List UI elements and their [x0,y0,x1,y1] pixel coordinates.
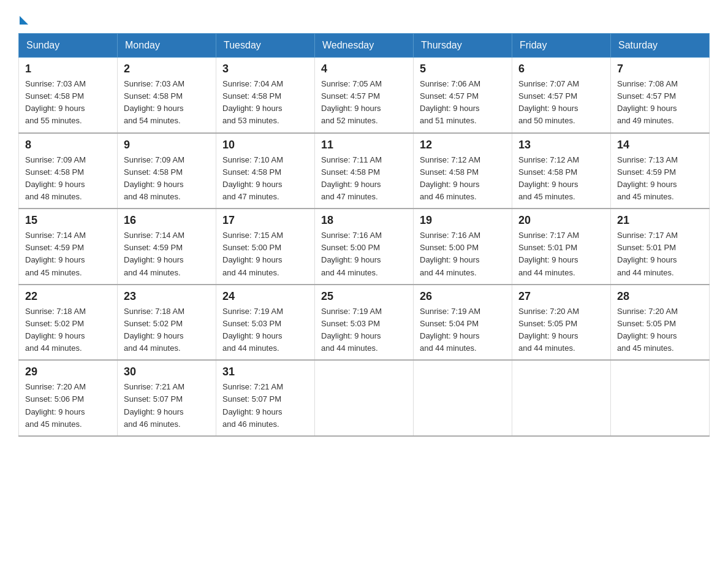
calendar-cell: 20 Sunrise: 7:17 AM Sunset: 5:01 PM Dayl… [512,209,611,285]
logo-arrow-icon [20,16,28,25]
calendar-cell: 11 Sunrise: 7:11 AM Sunset: 4:58 PM Dayl… [315,133,414,209]
calendar-cell: 15 Sunrise: 7:14 AM Sunset: 4:59 PM Dayl… [19,209,118,285]
week-row-5: 29 Sunrise: 7:20 AM Sunset: 5:06 PM Dayl… [19,360,710,436]
calendar-header-monday: Monday [118,34,216,58]
day-info: Sunrise: 7:19 AM Sunset: 5:03 PM Dayligh… [222,305,308,355]
day-number: 12 [420,139,506,151]
day-number: 14 [617,139,703,151]
calendar-cell: 2 Sunrise: 7:03 AM Sunset: 4:58 PM Dayli… [118,58,216,133]
calendar-cell: 10 Sunrise: 7:10 AM Sunset: 4:58 PM Dayl… [216,133,315,209]
day-info: Sunrise: 7:07 AM Sunset: 4:57 PM Dayligh… [518,78,604,128]
week-row-1: 1 Sunrise: 7:03 AM Sunset: 4:58 PM Dayli… [19,58,710,133]
week-row-2: 8 Sunrise: 7:09 AM Sunset: 4:58 PM Dayli… [19,133,710,209]
day-number: 27 [518,290,604,303]
calendar-cell: 26 Sunrise: 7:19 AM Sunset: 5:04 PM Dayl… [414,285,512,361]
day-number: 3 [222,63,308,75]
day-number: 15 [25,214,111,227]
calendar-cell: 3 Sunrise: 7:04 AM Sunset: 4:58 PM Dayli… [216,58,315,133]
day-number: 18 [321,214,407,227]
day-number: 1 [25,63,111,75]
day-number: 24 [222,290,308,303]
day-info: Sunrise: 7:10 AM Sunset: 4:58 PM Dayligh… [222,154,308,204]
calendar-cell: 24 Sunrise: 7:19 AM Sunset: 5:03 PM Dayl… [216,285,315,361]
day-number: 17 [222,214,308,227]
day-number: 6 [518,63,604,75]
calendar-header-friday: Friday [512,34,611,58]
day-info: Sunrise: 7:20 AM Sunset: 5:06 PM Dayligh… [25,381,111,431]
calendar-cell: 31 Sunrise: 7:21 AM Sunset: 5:07 PM Dayl… [216,360,315,436]
week-row-4: 22 Sunrise: 7:18 AM Sunset: 5:02 PM Dayl… [19,285,710,361]
day-info: Sunrise: 7:12 AM Sunset: 4:58 PM Dayligh… [420,154,506,204]
day-number: 7 [617,63,703,75]
calendar-cell: 18 Sunrise: 7:16 AM Sunset: 5:00 PM Dayl… [315,209,414,285]
calendar-cell: 16 Sunrise: 7:14 AM Sunset: 4:59 PM Dayl… [118,209,216,285]
calendar-header-tuesday: Tuesday [216,34,315,58]
day-info: Sunrise: 7:16 AM Sunset: 5:00 PM Dayligh… [321,229,407,279]
day-info: Sunrise: 7:05 AM Sunset: 4:57 PM Dayligh… [321,78,407,128]
calendar-cell: 14 Sunrise: 7:13 AM Sunset: 4:59 PM Dayl… [611,133,710,209]
calendar-cell: 9 Sunrise: 7:09 AM Sunset: 4:58 PM Dayli… [118,133,216,209]
day-info: Sunrise: 7:18 AM Sunset: 5:02 PM Dayligh… [124,305,210,355]
day-number: 25 [321,290,407,303]
day-info: Sunrise: 7:17 AM Sunset: 5:01 PM Dayligh… [617,229,703,279]
day-number: 16 [124,214,210,227]
calendar-cell: 17 Sunrise: 7:15 AM Sunset: 5:00 PM Dayl… [216,209,315,285]
calendar-header-wednesday: Wednesday [315,34,414,58]
calendar-cell: 5 Sunrise: 7:06 AM Sunset: 4:57 PM Dayli… [414,58,512,133]
day-info: Sunrise: 7:20 AM Sunset: 5:05 PM Dayligh… [518,305,604,355]
day-number: 19 [420,214,506,227]
calendar-cell: 19 Sunrise: 7:16 AM Sunset: 5:00 PM Dayl… [414,209,512,285]
calendar-cell: 7 Sunrise: 7:08 AM Sunset: 4:57 PM Dayli… [611,58,710,133]
day-info: Sunrise: 7:08 AM Sunset: 4:57 PM Dayligh… [617,78,703,128]
day-info: Sunrise: 7:13 AM Sunset: 4:59 PM Dayligh… [617,154,703,204]
day-info: Sunrise: 7:19 AM Sunset: 5:04 PM Dayligh… [420,305,506,355]
day-number: 10 [222,139,308,151]
week-row-3: 15 Sunrise: 7:14 AM Sunset: 4:59 PM Dayl… [19,209,710,285]
calendar-header-sunday: Sunday [19,34,118,58]
day-number: 8 [25,139,111,151]
day-info: Sunrise: 7:03 AM Sunset: 4:58 PM Dayligh… [25,78,111,128]
day-number: 11 [321,139,407,151]
day-info: Sunrise: 7:12 AM Sunset: 4:58 PM Dayligh… [518,154,604,204]
calendar-cell: 30 Sunrise: 7:21 AM Sunset: 5:07 PM Dayl… [118,360,216,436]
calendar-cell: 12 Sunrise: 7:12 AM Sunset: 4:58 PM Dayl… [414,133,512,209]
day-info: Sunrise: 7:14 AM Sunset: 4:59 PM Dayligh… [124,229,210,279]
calendar-cell [611,360,710,436]
calendar-cell: 4 Sunrise: 7:05 AM Sunset: 4:57 PM Dayli… [315,58,414,133]
day-info: Sunrise: 7:09 AM Sunset: 4:58 PM Dayligh… [25,154,111,204]
calendar-cell: 27 Sunrise: 7:20 AM Sunset: 5:05 PM Dayl… [512,285,611,361]
day-info: Sunrise: 7:11 AM Sunset: 4:58 PM Dayligh… [321,154,407,204]
calendar-cell: 13 Sunrise: 7:12 AM Sunset: 4:58 PM Dayl… [512,133,611,209]
day-number: 21 [617,214,703,227]
day-info: Sunrise: 7:15 AM Sunset: 5:00 PM Dayligh… [222,229,308,279]
day-info: Sunrise: 7:03 AM Sunset: 4:58 PM Dayligh… [124,78,210,128]
calendar-cell: 25 Sunrise: 7:19 AM Sunset: 5:03 PM Dayl… [315,285,414,361]
calendar-cell: 6 Sunrise: 7:07 AM Sunset: 4:57 PM Dayli… [512,58,611,133]
day-info: Sunrise: 7:14 AM Sunset: 4:59 PM Dayligh… [25,229,111,279]
day-info: Sunrise: 7:19 AM Sunset: 5:03 PM Dayligh… [321,305,407,355]
day-info: Sunrise: 7:04 AM Sunset: 4:58 PM Dayligh… [222,78,308,128]
calendar-cell: 21 Sunrise: 7:17 AM Sunset: 5:01 PM Dayl… [611,209,710,285]
day-info: Sunrise: 7:18 AM Sunset: 5:02 PM Dayligh… [25,305,111,355]
calendar-cell: 23 Sunrise: 7:18 AM Sunset: 5:02 PM Dayl… [118,285,216,361]
calendar-cell: 8 Sunrise: 7:09 AM Sunset: 4:58 PM Dayli… [19,133,118,209]
day-number: 29 [25,366,111,378]
day-number: 22 [25,290,111,303]
calendar-header-row: SundayMondayTuesdayWednesdayThursdayFrid… [19,34,710,58]
calendar-header-thursday: Thursday [414,34,512,58]
day-number: 31 [222,366,308,378]
calendar-cell: 1 Sunrise: 7:03 AM Sunset: 4:58 PM Dayli… [19,58,118,133]
day-info: Sunrise: 7:21 AM Sunset: 5:07 PM Dayligh… [124,381,210,431]
logo [18,12,28,22]
calendar-cell [315,360,414,436]
day-number: 20 [518,214,604,227]
calendar-cell: 28 Sunrise: 7:20 AM Sunset: 5:05 PM Dayl… [611,285,710,361]
day-info: Sunrise: 7:09 AM Sunset: 4:58 PM Dayligh… [124,154,210,204]
day-number: 23 [124,290,210,303]
day-number: 9 [124,139,210,151]
calendar-cell [414,360,512,436]
day-number: 5 [420,63,506,75]
day-number: 13 [518,139,604,151]
day-info: Sunrise: 7:17 AM Sunset: 5:01 PM Dayligh… [518,229,604,279]
calendar-cell: 29 Sunrise: 7:20 AM Sunset: 5:06 PM Dayl… [19,360,118,436]
